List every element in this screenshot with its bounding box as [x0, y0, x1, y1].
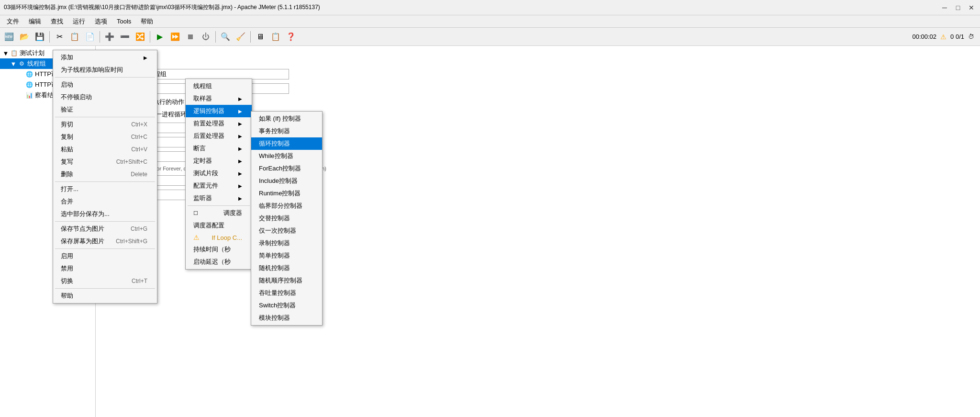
- sub-pre-processor[interactable]: 前置处理器: [186, 117, 252, 130]
- start-button[interactable]: ▶: [153, 30, 167, 44]
- logic-loop[interactable]: 循环控制器: [251, 137, 322, 150]
- logic-throughput[interactable]: 吞吐量控制器: [251, 287, 322, 299]
- restore-button[interactable]: □: [953, 3, 963, 12]
- ctx-duplicate-label: 复写: [61, 158, 73, 166]
- context-menu-overlay[interactable]: 添加 为子线程添加响应时间 启动 不停顿启动 验证 剪切 Ctrl+X 复制: [0, 46, 980, 417]
- sub-post-label: 后置处理器: [193, 132, 224, 140]
- ctx-paste[interactable]: 粘贴 Ctrl+V: [53, 143, 157, 156]
- ctx-think-time-label: 为子线程添加响应时间: [61, 66, 123, 74]
- sub-logic-controller[interactable]: 逻辑控制器: [186, 105, 252, 117]
- ctx-merge[interactable]: 合并: [53, 195, 157, 208]
- logic-random-order[interactable]: 随机顺序控制器: [251, 274, 322, 287]
- logic-switch[interactable]: Switch控制器: [251, 299, 322, 312]
- logic-module[interactable]: 模块控制器: [251, 312, 322, 324]
- close-button[interactable]: ✕: [967, 3, 976, 12]
- ctx-copy[interactable]: 复制 Ctrl+C: [53, 131, 157, 143]
- ctx-duplicate[interactable]: 复写 Ctrl+Shift+C: [53, 156, 157, 168]
- sub-logic-label: 逻辑控制器: [193, 107, 224, 115]
- collapse-button[interactable]: ➖: [118, 30, 132, 44]
- logic-once[interactable]: 仅一次控制器: [251, 225, 322, 237]
- sub-warn-item[interactable]: ⚠ If Loop C...: [186, 232, 252, 243]
- logic-interleave[interactable]: 交替控制器: [251, 212, 322, 225]
- sub-duration[interactable]: 持续时间（秒: [186, 243, 252, 256]
- search-button[interactable]: 🔍: [218, 30, 233, 44]
- toggle-button[interactable]: 🔀: [133, 30, 147, 44]
- sub-listener[interactable]: 监听器: [186, 192, 252, 204]
- logic-random-label: 随机控制器: [259, 264, 290, 272]
- save-button[interactable]: 💾: [33, 30, 47, 44]
- stop-button[interactable]: ⏹: [183, 30, 198, 44]
- ctx-open-label: 打开...: [61, 185, 78, 193]
- clear-button[interactable]: 🧹: [234, 30, 248, 44]
- ctx-add[interactable]: 添加: [53, 51, 157, 64]
- ctx-save-node-img[interactable]: 保存节点为图片 Ctrl+G: [53, 223, 157, 235]
- logic-simple[interactable]: 简单控制器: [251, 249, 322, 262]
- sub-assertion[interactable]: 断言: [186, 142, 252, 155]
- menu-edit[interactable]: 编辑: [24, 16, 46, 27]
- info-button[interactable]: ❓: [284, 30, 298, 44]
- new-button[interactable]: 🆕: [2, 30, 16, 44]
- logic-record[interactable]: 录制控制器: [251, 237, 322, 249]
- logic-transaction[interactable]: 事务控制器: [251, 125, 322, 137]
- logic-while-label: While控制器: [259, 152, 293, 160]
- sub-post-processor[interactable]: 后置处理器: [186, 130, 252, 142]
- menu-run[interactable]: 运行: [68, 16, 90, 27]
- expand-button[interactable]: ➕: [102, 30, 117, 44]
- sep-1: [55, 77, 155, 78]
- ctx-help[interactable]: 帮助: [53, 290, 157, 302]
- sub-scheduler-cb[interactable]: ☐ 调度器: [186, 207, 252, 219]
- sub-startup-delay[interactable]: 启动延迟（秒: [186, 256, 252, 268]
- sub-test-fragment[interactable]: 测试片段: [186, 167, 252, 180]
- ctx-start-no-pause[interactable]: 不停顿启动: [53, 91, 157, 103]
- ctx-help-label: 帮助: [61, 292, 73, 300]
- minimize-button[interactable]: ─: [940, 3, 949, 12]
- logic-if[interactable]: 如果 (If) 控制器: [251, 113, 322, 125]
- ctx-save-screen-img[interactable]: 保存屏幕为图片 Ctrl+Shift+G: [53, 235, 157, 248]
- ctx-save-partial[interactable]: 选中部分保存为...: [53, 208, 157, 220]
- ctx-disable[interactable]: 禁用: [53, 262, 157, 275]
- ctx-paste-label: 粘贴: [61, 145, 73, 154]
- shutdown-button[interactable]: ⏻: [199, 30, 213, 44]
- logic-record-label: 录制控制器: [259, 239, 290, 248]
- ctx-enable[interactable]: 启用: [53, 250, 157, 262]
- sub-thread-group[interactable]: 线程组: [186, 80, 252, 92]
- menu-find[interactable]: 查找: [46, 16, 68, 27]
- start-no-pause-button[interactable]: ⏩: [168, 30, 182, 44]
- sub-timer[interactable]: 定时器: [186, 155, 252, 167]
- sub-pre-label: 前置处理器: [193, 119, 224, 128]
- logic-runtime[interactable]: Runtime控制器: [251, 187, 322, 200]
- paste-button[interactable]: 📄: [83, 30, 97, 44]
- remote-button[interactable]: 🖥: [253, 30, 267, 44]
- ctx-save-node-label: 保存节点为图片: [61, 225, 104, 233]
- menu-help[interactable]: 帮助: [136, 16, 158, 27]
- ctx-validate[interactable]: 验证: [53, 103, 157, 116]
- menu-options[interactable]: 选项: [90, 16, 112, 27]
- logic-include[interactable]: Include控制器: [251, 175, 322, 187]
- ctx-start[interactable]: 启动: [53, 79, 157, 91]
- logic-foreach[interactable]: ForEach控制器: [251, 162, 322, 175]
- ctx-delete[interactable]: 删除 Delete: [53, 168, 157, 180]
- menu-file[interactable]: 文件: [2, 16, 24, 27]
- ctx-toggle[interactable]: 切换 Ctrl+T: [53, 275, 157, 287]
- logic-critical[interactable]: 临界部分控制器: [251, 200, 322, 212]
- open-button[interactable]: 📂: [17, 30, 32, 44]
- sub-config[interactable]: 配置元件: [186, 180, 252, 192]
- submenu-add: 线程组 取样器 逻辑控制器 前置处理器 后置处理器 断言 定时器 测试片段: [185, 79, 252, 270]
- list-button[interactable]: 📋: [268, 30, 283, 44]
- submenu-logic: 如果 (If) 控制器 事务控制器 循环控制器 While控制器 ForEach…: [251, 111, 323, 326]
- cut-button[interactable]: ✂: [52, 30, 67, 44]
- ctx-cut-shortcut: Ctrl+X: [131, 121, 147, 128]
- ctx-save-node-shortcut: Ctrl+G: [131, 225, 147, 232]
- ctx-add-think-time[interactable]: 为子线程添加响应时间: [53, 64, 157, 76]
- sub-scheduler-cfg[interactable]: 调度器配置: [186, 219, 252, 232]
- ctx-start-no-pause-label: 不停顿启动: [61, 93, 92, 101]
- ctx-cut[interactable]: 剪切 Ctrl+X: [53, 118, 157, 131]
- sep-6: [55, 288, 155, 289]
- logic-while[interactable]: While控制器: [251, 150, 322, 162]
- logic-once-label: 仅一次控制器: [259, 226, 296, 235]
- ctx-open[interactable]: 打开...: [53, 183, 157, 195]
- sub-sampler[interactable]: 取样器: [186, 92, 252, 105]
- copy-button[interactable]: 📋: [67, 30, 82, 44]
- logic-random[interactable]: 随机控制器: [251, 262, 322, 274]
- menu-tools[interactable]: Tools: [112, 17, 136, 26]
